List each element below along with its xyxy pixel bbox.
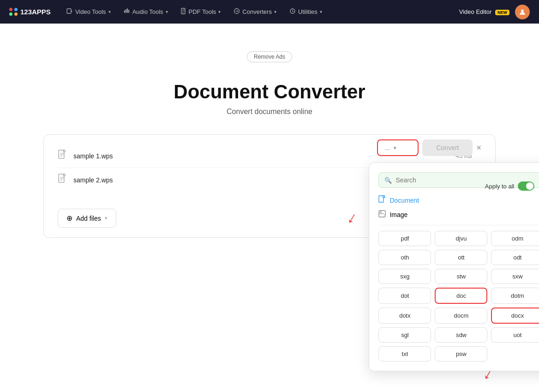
svg-rect-12 <box>63 174 65 176</box>
add-files-button[interactable]: ⊕ Add files ▾ <box>58 209 116 228</box>
chevron-down-icon-pdf: ▾ <box>218 9 221 14</box>
chevron-down-icon: ▾ <box>108 9 111 14</box>
svg-rect-10 <box>63 150 65 152</box>
converters-icon <box>234 8 240 16</box>
plus-icon: ⊕ <box>66 214 72 223</box>
format-btn-odm[interactable]: odm <box>491 231 539 246</box>
audio-tools-icon <box>124 8 130 16</box>
video-tools-icon <box>66 8 73 16</box>
format-btn-ott[interactable]: ott <box>435 250 487 265</box>
format-btn-uot[interactable]: uot <box>491 327 539 343</box>
convert-controls: ... ▾ 🔍 Apply to all <box>377 139 481 156</box>
svg-rect-3 <box>126 9 126 13</box>
image-cat-label: Image <box>389 211 407 218</box>
pdf-tools-icon <box>181 8 186 16</box>
nav-item-pdf-tools[interactable]: PDF Tools ▾ <box>176 5 226 18</box>
new-badge: NEW <box>495 10 509 15</box>
popup-divider <box>378 225 539 225</box>
format-dropdown[interactable]: ... ▾ 🔍 Apply to all <box>377 139 419 156</box>
format-btn-doc[interactable]: doc <box>435 288 487 304</box>
image-cat-icon <box>378 210 386 219</box>
svg-rect-0 <box>67 9 71 13</box>
video-editor-label[interactable]: Video Editor NEW <box>459 8 509 15</box>
logo[interactable]: 123APPS <box>9 8 51 16</box>
chevron-down-icon-conv: ▾ <box>274 9 276 14</box>
dropdown-arrow-icon: ▾ <box>394 145 396 151</box>
format-btn-psw[interactable]: psw <box>435 346 487 362</box>
format-btn-dot[interactable]: dot <box>378 288 431 304</box>
document-cat-icon <box>378 195 386 205</box>
logo-dot-2 <box>14 8 18 11</box>
logo-dots <box>9 8 18 16</box>
category-document[interactable]: Document <box>378 195 539 205</box>
logo-dot-1 <box>9 8 12 11</box>
format-btn-pdf[interactable]: pdf <box>378 231 431 246</box>
nav-item-pdf-tools-label: PDF Tools <box>189 8 216 15</box>
logo-text: 123APPS <box>20 8 51 16</box>
format-btn-sdw[interactable]: sdw <box>435 327 487 343</box>
apply-to-all-toggle[interactable] <box>518 181 534 191</box>
file-icon-2 <box>58 174 67 186</box>
svg-rect-2 <box>124 10 125 13</box>
nav-item-converters-label: Converters <box>242 8 272 15</box>
apply-to-all-row: Apply to all <box>485 181 535 191</box>
chevron-down-icon-audio: ▾ <box>166 9 168 14</box>
chevron-down-icon-util: ▾ <box>320 9 322 14</box>
logo-dot-3 <box>9 12 12 16</box>
add-files-arrow-icon: ▾ <box>105 215 108 221</box>
page-title: Document Converter <box>174 81 365 103</box>
format-btn-sxw[interactable]: sxw <box>491 269 539 284</box>
navbar: 123APPS Video Tools ▾ Audio Tools ▾ PDF … <box>0 0 539 24</box>
format-dropdown-text: ... <box>384 144 390 151</box>
nav-item-video-tools-label: Video Tools <box>75 8 106 15</box>
nav-right: Video Editor NEW <box>459 5 530 19</box>
utilities-icon <box>289 8 296 16</box>
nav-item-audio-tools[interactable]: Audio Tools ▾ <box>119 5 173 18</box>
format-btn-dotx[interactable]: dotx <box>378 308 431 324</box>
svg-rect-4 <box>127 8 128 13</box>
category-image[interactable]: Image <box>378 210 539 219</box>
nav-item-utilities-label: Utilities <box>298 8 317 15</box>
nav-item-converters[interactable]: Converters ▾ <box>229 5 281 18</box>
add-files-label: Add files <box>76 215 101 222</box>
format-btn-djvu[interactable]: djvu <box>435 231 487 246</box>
format-grid: pdf djvu odm oth ott odt sxg stw sxw dot… <box>378 231 539 362</box>
format-btn-docm[interactable]: docm <box>435 308 487 324</box>
file-icon-1 <box>58 150 67 162</box>
nav-item-video-tools[interactable]: Video Tools ▾ <box>62 5 115 18</box>
nav-item-utilities[interactable]: Utilities ▾ <box>285 5 327 18</box>
remove-ads-button[interactable]: Remove Ads <box>247 51 292 62</box>
avatar[interactable] <box>515 5 530 19</box>
close-button[interactable]: × <box>476 143 481 153</box>
format-btn-odt[interactable]: odt <box>491 250 539 265</box>
apply-to-all-label: Apply to all <box>485 183 515 190</box>
document-cat-label: Document <box>389 197 419 204</box>
format-btn-sxg[interactable]: sxg <box>378 269 431 284</box>
search-icon: 🔍 <box>384 177 392 184</box>
logo-dot-4 <box>14 12 18 16</box>
main-content: Remove Ads Document Converter Convert do… <box>0 24 539 238</box>
format-btn-stw[interactable]: stw <box>435 269 487 284</box>
svg-point-8 <box>521 9 524 12</box>
svg-rect-14 <box>383 196 385 198</box>
svg-rect-5 <box>128 10 129 13</box>
nav-item-audio-tools-label: Audio Tools <box>132 8 163 15</box>
format-btn-sgl[interactable]: sgl <box>378 327 431 343</box>
page-subtitle: Convert documents online <box>227 108 312 116</box>
convert-button[interactable]: Convert <box>422 139 473 156</box>
converter-box: sample 1.wps 45 KB sample 2.wps 229 KB .… <box>43 134 496 238</box>
format-btn-dotm[interactable]: dotm <box>491 288 539 304</box>
format-popup: 🔍 Apply to all <box>369 163 539 371</box>
format-btn-docx[interactable]: docx <box>491 308 539 324</box>
format-btn-oth[interactable]: oth <box>378 250 431 265</box>
svg-marker-1 <box>71 10 72 12</box>
toggle-knob <box>526 182 533 190</box>
format-btn-txt[interactable]: txt <box>378 346 431 362</box>
